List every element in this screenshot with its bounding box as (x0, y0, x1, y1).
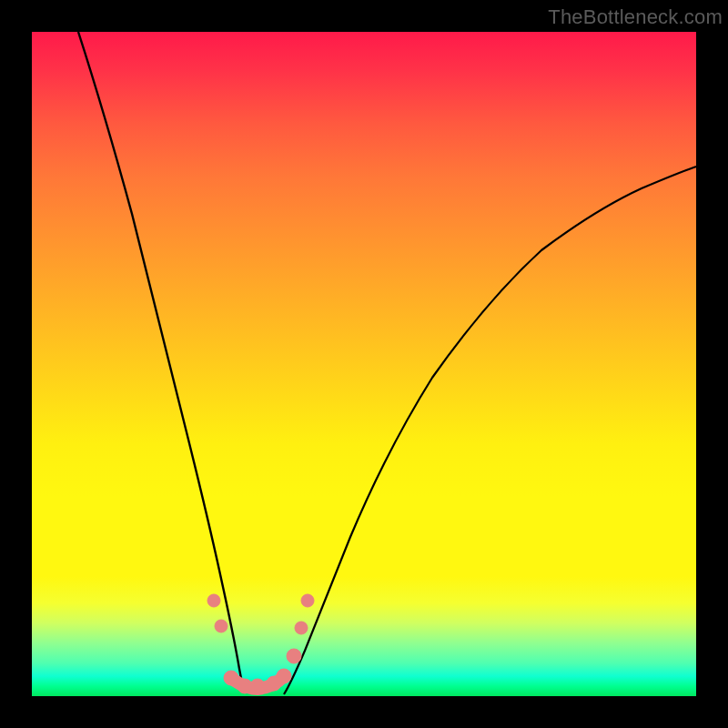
watermark-label: TheBottleneck.com (548, 5, 723, 29)
marker-point (301, 594, 314, 607)
left-curve-path (78, 32, 245, 692)
marker-point (287, 649, 301, 663)
chart-frame: TheBottleneck.com (0, 0, 728, 728)
marker-connector (231, 676, 284, 689)
curve-overlay (32, 32, 696, 696)
right-curve-path (284, 167, 696, 694)
marker-point (207, 594, 220, 607)
plot-area (32, 32, 696, 696)
marker-point (215, 620, 228, 632)
marker-point (295, 622, 308, 634)
valley-marker-group (207, 594, 314, 693)
